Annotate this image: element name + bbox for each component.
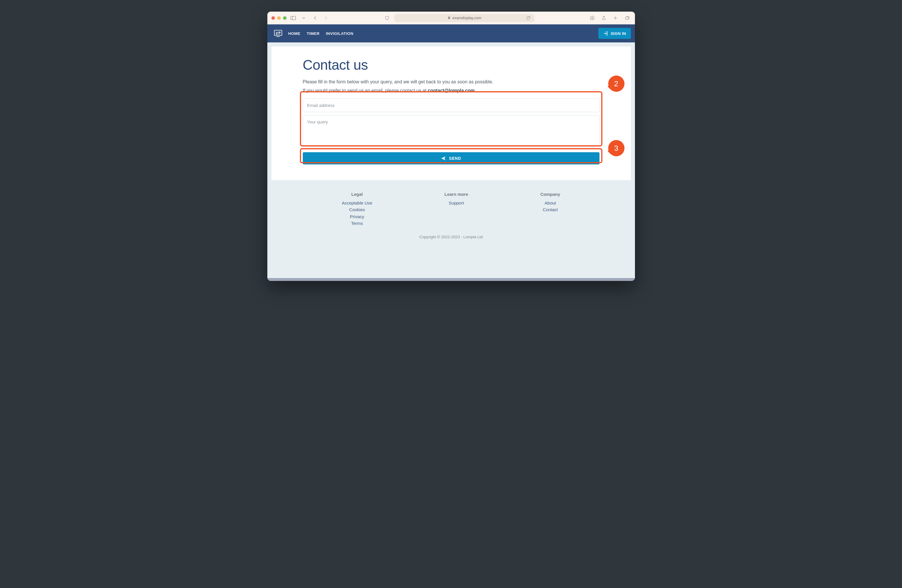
downloads-icon[interactable] [589, 14, 596, 22]
share-icon[interactable] [600, 14, 608, 22]
footer-link-contact[interactable]: Contact [540, 206, 560, 213]
footer-link-terms[interactable]: Terms [342, 220, 372, 227]
sign-in-button[interactable]: SIGN IN [598, 28, 631, 39]
email-field[interactable] [303, 99, 600, 112]
forward-button[interactable] [322, 14, 329, 22]
sidebar-toggle-icon[interactable] [290, 14, 297, 22]
reload-icon[interactable] [525, 14, 532, 22]
nav-home[interactable]: HOME [288, 31, 301, 36]
intro-line-1: Please fill in the form below with your … [303, 79, 600, 84]
footer-link-acceptable-use[interactable]: Acceptable Use [342, 200, 372, 206]
copyright: Copyright © 2022-2023 - Lompla Ltd [279, 235, 623, 239]
site-footer: Legal Acceptable Use Cookies Privacy Ter… [267, 184, 635, 249]
footer-spacer [267, 249, 635, 278]
address-bar[interactable]: examdisplay.com [394, 14, 534, 22]
sign-in-label: SIGN IN [611, 31, 626, 36]
footer-link-support[interactable]: Support [445, 200, 468, 206]
content-card: Contact us Please fill in the form below… [271, 47, 631, 180]
page-title: Contact us [303, 57, 600, 73]
svg-rect-0 [291, 16, 296, 20]
contact-email: contact@lompla.com [428, 88, 474, 93]
intro-line-2: If you would prefer to send us an email,… [303, 88, 600, 93]
close-window-button[interactable] [271, 16, 275, 20]
tab-group-chevron-icon[interactable] [300, 14, 307, 22]
primary-nav: HOME TIMER INVIGILATION [288, 31, 354, 36]
query-field[interactable] [303, 115, 600, 147]
site-header: HOME TIMER INVIGILATION SIGN IN [267, 24, 635, 42]
privacy-shield-icon[interactable] [383, 14, 391, 22]
new-tab-icon[interactable] [612, 14, 619, 22]
fullscreen-window-button[interactable] [283, 16, 287, 20]
intro-line-2-prefix: If you would prefer to send us an email,… [303, 88, 428, 93]
lock-icon [448, 16, 451, 20]
annotation-bubble-3: 3 [608, 140, 625, 156]
browser-toolbar: examdisplay.com [267, 12, 635, 24]
footer-heading-legal: Legal [342, 192, 372, 197]
address-bar-host: examdisplay.com [453, 16, 481, 20]
send-icon [441, 156, 446, 161]
minimize-window-button[interactable] [277, 16, 281, 20]
footer-link-privacy[interactable]: Privacy [342, 213, 372, 220]
bottom-strip [267, 278, 635, 281]
footer-col-learn-more: Learn more Support [445, 192, 468, 227]
send-label: SEND [449, 156, 461, 161]
svg-rect-7 [274, 30, 282, 36]
footer-heading-company: Company [540, 192, 560, 197]
nav-timer[interactable]: TIMER [307, 31, 319, 36]
annotation-bubble-2: 2 [608, 75, 625, 92]
footer-link-cookies[interactable]: Cookies [342, 206, 372, 213]
site-logo[interactable] [274, 30, 282, 37]
footer-col-company: Company About Contact [540, 192, 560, 227]
sign-in-icon [603, 31, 608, 36]
footer-col-legal: Legal Acceptable Use Cookies Privacy Ter… [342, 192, 372, 227]
tab-overview-icon[interactable] [623, 14, 631, 22]
svg-rect-6 [625, 17, 628, 19]
nav-invigilation[interactable]: INVIGILATION [326, 31, 354, 36]
page-body: Contact us Please fill in the form below… [267, 42, 635, 184]
footer-heading-learn-more: Learn more [445, 192, 468, 197]
footer-link-about[interactable]: About [540, 200, 560, 206]
window-controls [271, 16, 287, 20]
back-button[interactable] [312, 14, 319, 22]
browser-window: examdisplay.com [267, 12, 635, 281]
send-button[interactable]: SEND [303, 152, 600, 164]
